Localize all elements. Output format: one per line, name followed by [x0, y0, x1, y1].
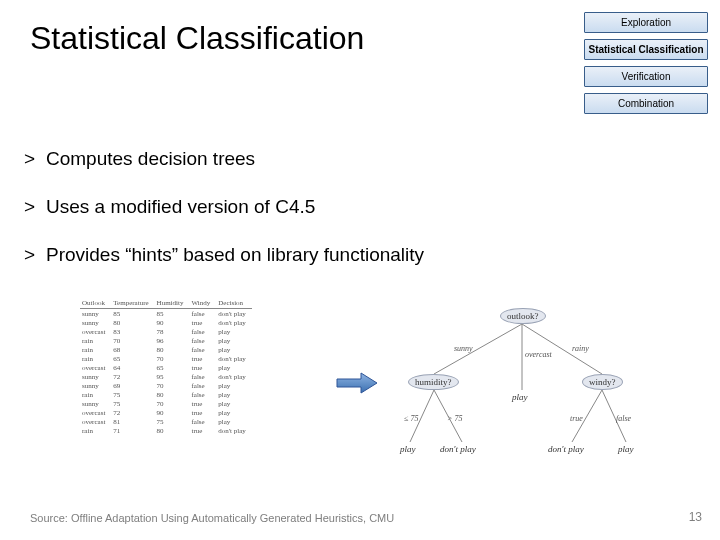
table-cell: rain	[80, 345, 111, 354]
leaf-overcast: play	[512, 392, 528, 402]
leaf-windy-false: play	[618, 444, 634, 454]
table-cell: 90	[155, 408, 190, 417]
table-cell: 68	[111, 345, 154, 354]
table-cell: play	[216, 408, 252, 417]
table-row: overcast8378falseplay	[80, 327, 252, 336]
table-cell: 64	[111, 363, 154, 372]
table-cell: 69	[111, 381, 154, 390]
edge-hum-gt: > 75	[447, 414, 462, 423]
edge-windy-true: true	[570, 414, 583, 423]
table-cell: 96	[155, 336, 190, 345]
leaf-hum-gt: don't play	[440, 444, 476, 454]
table-cell: sunny	[80, 309, 111, 319]
table-cell: don't play	[216, 309, 252, 319]
table-cell: false	[189, 336, 216, 345]
table-cell: 65	[155, 363, 190, 372]
table-cell: 75	[155, 417, 190, 426]
table-cell: false	[189, 390, 216, 399]
footer-source: Source: Offline Adaptation Using Automat…	[30, 512, 394, 524]
table-cell: 80	[155, 390, 190, 399]
table-cell: 80	[155, 345, 190, 354]
bullet-item: Computes decision trees	[24, 148, 584, 170]
table-cell: play	[216, 417, 252, 426]
nav-sidebar: Exploration Statistical Classification V…	[584, 12, 708, 120]
leaf-hum-le: play	[400, 444, 416, 454]
table-cell: overcast	[80, 408, 111, 417]
table-row: rain7580falseplay	[80, 390, 252, 399]
table-cell: don't play	[216, 354, 252, 363]
table-cell: 85	[111, 309, 154, 319]
col-humidity: Humidity	[155, 298, 190, 309]
leaf-windy-true: don't play	[548, 444, 584, 454]
table-cell: 72	[111, 408, 154, 417]
table-cell: true	[189, 354, 216, 363]
table-cell: 78	[155, 327, 190, 336]
table-cell: false	[189, 345, 216, 354]
figure-area: Outlook Temperature Humidity Windy Decis…	[80, 298, 640, 476]
table-cell: rain	[80, 336, 111, 345]
table-cell: sunny	[80, 318, 111, 327]
nav-statistical-classification[interactable]: Statistical Classification	[584, 39, 708, 60]
edge-rainy: rainy	[572, 344, 589, 353]
table-cell: 71	[111, 426, 154, 435]
node-windy: windy?	[582, 374, 623, 390]
nav-exploration[interactable]: Exploration	[584, 12, 708, 33]
table-cell: overcast	[80, 417, 111, 426]
nav-combination[interactable]: Combination	[584, 93, 708, 114]
table-cell: don't play	[216, 318, 252, 327]
table-cell: false	[189, 417, 216, 426]
table-cell: don't play	[216, 372, 252, 381]
page-number: 13	[689, 510, 702, 524]
table-row: overcast6465trueplay	[80, 363, 252, 372]
edge-overcast: overcast	[525, 350, 552, 359]
table-row: sunny8090truedon't play	[80, 318, 252, 327]
nav-verification[interactable]: Verification	[584, 66, 708, 87]
bullet-item: Provides “hints” based on library functi…	[24, 244, 584, 266]
bullet-item: Uses a modified version of C4.5	[24, 196, 584, 218]
table-row: overcast8175falseplay	[80, 417, 252, 426]
table-cell: overcast	[80, 327, 111, 336]
table-cell: 83	[111, 327, 154, 336]
table-row: rain6880falseplay	[80, 345, 252, 354]
table-row: sunny7295falsedon't play	[80, 372, 252, 381]
col-decision: Decision	[216, 298, 252, 309]
bullet-list: Computes decision trees Uses a modified …	[24, 148, 584, 292]
table-cell: rain	[80, 390, 111, 399]
slide: Statistical Classification Exploration S…	[0, 0, 720, 540]
table-cell: play	[216, 336, 252, 345]
svg-line-2	[522, 324, 602, 374]
table-cell: don't play	[216, 426, 252, 435]
table-cell: 80	[111, 318, 154, 327]
table-cell: play	[216, 363, 252, 372]
table-cell: rain	[80, 354, 111, 363]
edge-sunny: sunny	[454, 344, 473, 353]
edge-hum-le: ≤ 75	[404, 414, 418, 423]
decision-tree: outlook? sunny overcast rainy humidity? …	[392, 302, 642, 474]
col-temperature: Temperature	[111, 298, 154, 309]
arrow-icon	[335, 370, 379, 396]
table-cell: sunny	[80, 399, 111, 408]
table-cell: true	[189, 399, 216, 408]
table-row: sunny6970falseplay	[80, 381, 252, 390]
svg-line-0	[434, 324, 522, 374]
col-windy: Windy	[189, 298, 216, 309]
table-cell: false	[189, 381, 216, 390]
page-title: Statistical Classification	[30, 20, 364, 57]
table-cell: play	[216, 390, 252, 399]
table-row: rain7180truedon't play	[80, 426, 252, 435]
table-cell: rain	[80, 426, 111, 435]
table-row: sunny7570trueplay	[80, 399, 252, 408]
node-humidity: humidity?	[408, 374, 459, 390]
table-cell: 75	[111, 399, 154, 408]
table-cell: play	[216, 399, 252, 408]
table-cell: true	[189, 318, 216, 327]
table-cell: true	[189, 408, 216, 417]
table-cell: overcast	[80, 363, 111, 372]
table-row: rain6570truedon't play	[80, 354, 252, 363]
table-cell: 70	[111, 336, 154, 345]
table-cell: 70	[155, 399, 190, 408]
table-cell: 95	[155, 372, 190, 381]
table-cell: true	[189, 426, 216, 435]
table-cell: 65	[111, 354, 154, 363]
table-cell: false	[189, 327, 216, 336]
